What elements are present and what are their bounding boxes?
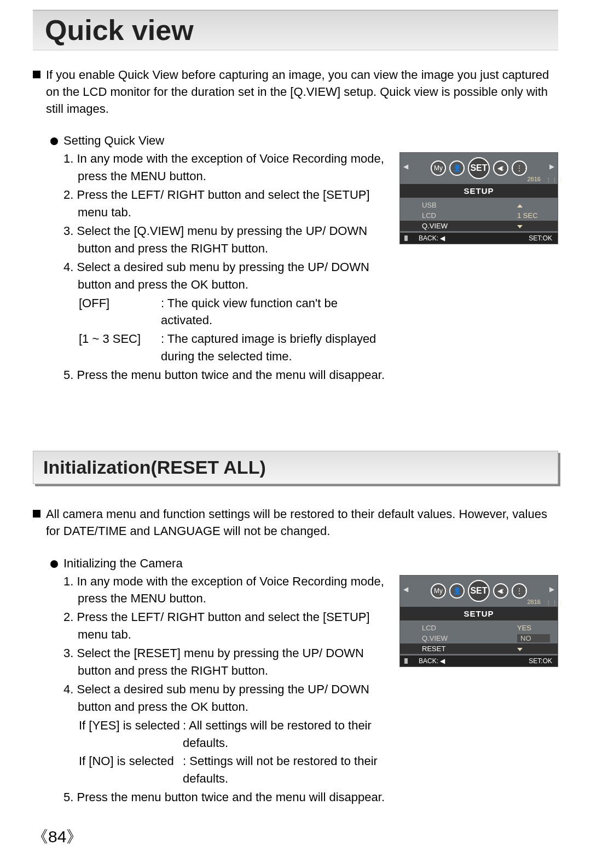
- instruction-list: 1. In any mode with the exception of Voi…: [50, 150, 399, 385]
- square-bullet-icon: [33, 71, 40, 78]
- section-heading-reset: Initialization(RESET ALL): [33, 451, 558, 484]
- lcd-illustration-reset: ◀ My 👤 SET ◀: ⋮⋮⋮ ▶ 2816 ⋮⋮⋮ SETUP LCD Y…: [399, 575, 558, 667]
- lcd-my-icon: My: [431, 160, 446, 176]
- lcd-row-lcd: LCD: [422, 211, 517, 220]
- round-bullet-icon: [50, 137, 58, 145]
- lcd-sound-icon: ◀:: [493, 160, 508, 176]
- lcd-setup-label: SETUP: [400, 184, 558, 198]
- lcd-row-yes: YES: [517, 624, 550, 632]
- lcd-illustration-qview: ◀ My 👤 SET ◀: ⋮⋮⋮ ▶ 2816 ⋮⋮⋮ SETUP USB L…: [399, 152, 558, 244]
- lcd-set-icon: SET: [468, 157, 490, 179]
- step-3: 3. Select the [Q.VIEW] menu by pressing …: [50, 222, 392, 257]
- lcd-up-arrow-icon: [517, 204, 523, 208]
- square-bullet-icon: [33, 510, 40, 518]
- lcd-down-arrow-icon: [517, 225, 523, 228]
- lcd-row-usb: USB: [422, 201, 517, 209]
- sub-heading: Setting Quick View: [63, 134, 164, 148]
- section-title: Quick view: [45, 14, 546, 47]
- lcd-setok-label: SET:OK: [529, 234, 552, 242]
- option-sec-val: : The captured image is briefly displaye…: [161, 330, 392, 365]
- lcd-my-icon: My: [431, 583, 446, 599]
- step-2b: 2. Press the LEFT/ RIGHT button and sele…: [50, 608, 392, 643]
- round-bullet-icon: [50, 560, 58, 568]
- section-title-bar: Quick view: [33, 10, 558, 50]
- sub-heading-row-2: Initializing the Camera: [50, 556, 558, 571]
- instruction-list-2: 1. In any mode with the exception of Voi…: [50, 573, 399, 808]
- lcd-row-lcd2: LCD: [422, 624, 517, 632]
- lcd-back-label: BACK:: [419, 234, 438, 242]
- lcd-set-icon: SET: [468, 580, 490, 602]
- page-number-value: 84: [48, 827, 66, 846]
- lcd-grid-icon: ⋮⋮⋮: [512, 160, 527, 176]
- intro-block-2: All camera menu and function settings wi…: [33, 506, 558, 540]
- step-5: 5. Press the menu button twice and the m…: [50, 366, 392, 384]
- lcd-down-arrow-icon: [517, 648, 523, 651]
- lcd-row-qview: Q.VIEW: [422, 222, 517, 230]
- intro-text: If you enable Quick View before capturin…: [46, 67, 558, 117]
- option-sec-key: [1 ~ 3 SEC]: [79, 330, 161, 365]
- lcd-row-lcd-value: 1 SEC: [517, 211, 550, 220]
- lcd-back-label-2: BACK:: [419, 657, 438, 665]
- sub-heading-2: Initializing the Camera: [63, 556, 183, 571]
- option-no-key: If [NO] is selected: [79, 752, 183, 787]
- option-off-key: [OFF]: [79, 295, 161, 330]
- lcd-left-arrow-icon: ◀: [403, 585, 408, 593]
- option-yes-key: If [YES] is selected: [79, 717, 183, 752]
- option-off-val: : The quick view function can't be activ…: [161, 295, 392, 330]
- step-2: 2. Press the LEFT/ RIGHT button and sele…: [50, 186, 392, 221]
- lcd-row-reset: RESET: [422, 645, 517, 653]
- section-heading-text: Initialization(RESET ALL): [43, 457, 548, 478]
- step-5b: 5. Press the menu button twice and the m…: [50, 789, 392, 806]
- lcd-person-icon: 👤: [449, 160, 465, 176]
- page-number: 《84》: [32, 826, 83, 848]
- step-4b: 4. Select a desired sub menu by pressing…: [50, 681, 392, 716]
- lcd-sound-icon: ◀:: [493, 583, 508, 599]
- lcd-footer-dot-icon: [404, 235, 408, 241]
- lcd-row-qview2: Q.VIEW: [422, 634, 517, 642]
- lcd-right-arrow-icon: ▶: [549, 163, 554, 170]
- step-1b: 1. In any mode with the exception of Voi…: [50, 573, 392, 608]
- lcd-row-no: NO: [517, 634, 550, 642]
- step-1: 1. In any mode with the exception of Voi…: [50, 150, 392, 185]
- lcd-setup-label-2: SETUP: [400, 607, 558, 620]
- lcd-setok-label-2: SET:OK: [529, 657, 552, 665]
- step-3b: 3. Select the [RESET] menu by pressing t…: [50, 645, 392, 680]
- option-yes-val: : All settings will be restored to their…: [183, 717, 392, 752]
- lcd-left-arrow-icon: ◀: [403, 163, 408, 170]
- intro-text-2: All camera menu and function settings wi…: [46, 506, 558, 540]
- option-no-val: : Settings will not be restored to their…: [183, 752, 392, 787]
- lcd-person-icon: 👤: [449, 583, 465, 599]
- step-4: 4. Select a desired sub menu by pressing…: [50, 258, 392, 294]
- sub-heading-row: Setting Quick View: [50, 134, 558, 148]
- lcd-right-arrow-icon: ▶: [549, 585, 554, 593]
- intro-block: If you enable Quick View before capturin…: [33, 67, 558, 117]
- lcd-grid-icon: ⋮⋮⋮: [512, 583, 527, 599]
- lcd-footer-dot-icon: [404, 658, 408, 664]
